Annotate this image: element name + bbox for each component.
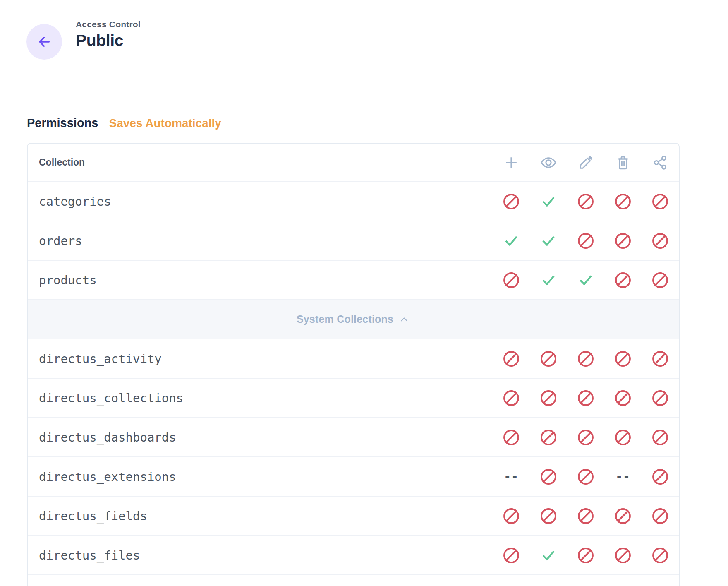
block-icon (540, 390, 557, 406)
permission-read-toggle[interactable] (530, 497, 567, 535)
permission-update-toggle[interactable] (567, 339, 604, 378)
collection-name: directus_collections (39, 391, 493, 405)
collection-column-header: Collection (39, 157, 493, 168)
collection-name: directus_files (39, 548, 493, 562)
permission-delete-toggle[interactable] (604, 339, 642, 378)
arrow-left-icon (37, 34, 52, 49)
dash-placeholder: -- (615, 470, 630, 483)
permission-create-toggle[interactable]: -- (493, 457, 530, 496)
permission-share-toggle[interactable] (642, 418, 679, 456)
collection-row: orders (28, 221, 679, 261)
title-block: Access Control Public (76, 19, 141, 51)
permission-create-toggle[interactable] (493, 339, 530, 378)
permission-create-toggle[interactable] (493, 182, 530, 221)
block-icon (503, 272, 520, 288)
permission-delete-toggle[interactable] (604, 418, 642, 456)
block-icon (577, 233, 594, 249)
block-icon (652, 390, 668, 406)
permission-create-toggle[interactable] (493, 379, 530, 417)
permission-update-toggle[interactable] (567, 418, 604, 456)
block-icon (652, 508, 668, 524)
permission-update-toggle[interactable] (567, 457, 604, 496)
block-icon (615, 429, 631, 446)
block-icon (652, 351, 668, 367)
permission-read-toggle[interactable] (530, 261, 567, 299)
permission-share-toggle[interactable] (642, 339, 679, 378)
permission-share-toggle[interactable] (642, 261, 679, 299)
collection-name: directus_dashboards (39, 430, 493, 444)
permission-update-toggle[interactable] (567, 536, 604, 574)
table-header-row: Collection (28, 144, 679, 182)
block-icon (615, 547, 631, 564)
check-icon (541, 194, 556, 209)
page-title: Public (76, 30, 141, 51)
eye-icon (540, 154, 557, 171)
permission-delete-toggle[interactable] (604, 379, 642, 417)
permission-share-toggle[interactable] (642, 457, 679, 496)
permission-update-toggle[interactable] (567, 379, 604, 417)
permission-share-toggle[interactable] (642, 497, 679, 535)
collection-name: directus_fields (39, 509, 493, 523)
block-icon (540, 468, 557, 485)
block-icon (503, 351, 520, 367)
permission-delete-toggle[interactable] (604, 536, 642, 574)
block-icon (540, 351, 557, 367)
permission-read-toggle[interactable] (530, 536, 567, 574)
block-icon (577, 193, 594, 210)
permission-share-toggle[interactable] (642, 536, 679, 574)
permission-update-toggle[interactable] (567, 497, 604, 535)
collection-row: directus_fields (28, 497, 679, 536)
permission-share-toggle[interactable] (642, 379, 679, 417)
collection-name: directus_activity (39, 352, 493, 366)
block-icon (615, 193, 631, 210)
permissions-table: Collection categoriesordersproductsSyste… (27, 143, 680, 586)
block-icon (503, 508, 520, 524)
permission-share-toggle[interactable] (642, 221, 679, 260)
permission-read-toggle[interactable] (530, 221, 567, 260)
permission-update-toggle[interactable] (567, 182, 604, 221)
check-icon (578, 272, 594, 288)
permission-update-toggle[interactable] (567, 261, 604, 299)
permission-delete-toggle[interactable] (604, 182, 642, 221)
block-icon (615, 272, 631, 288)
permission-create-toggle[interactable] (493, 261, 530, 299)
chevron-up-icon (398, 314, 410, 325)
block-icon (577, 468, 594, 485)
collection-name: directus_extensions (39, 470, 493, 484)
block-icon (503, 193, 520, 210)
block-icon (577, 390, 594, 406)
permission-read-toggle[interactable] (530, 418, 567, 456)
back-button[interactable] (26, 24, 62, 60)
block-icon (577, 351, 594, 367)
permission-share-toggle[interactable] (642, 182, 679, 221)
column-header-update (567, 154, 604, 171)
permission-read-toggle[interactable] (530, 182, 567, 221)
dash-placeholder: -- (504, 470, 519, 483)
permission-delete-toggle[interactable]: -- (604, 457, 642, 496)
block-icon (652, 272, 668, 288)
block-icon (615, 233, 631, 249)
permission-delete-toggle[interactable] (604, 261, 642, 299)
permission-create-toggle[interactable] (493, 418, 530, 456)
block-icon (652, 468, 668, 485)
block-icon (540, 429, 557, 446)
permission-read-toggle[interactable] (530, 339, 567, 378)
column-header-delete (604, 154, 642, 171)
permission-update-toggle[interactable] (567, 221, 604, 260)
block-icon (503, 547, 520, 564)
permission-delete-toggle[interactable] (604, 221, 642, 260)
permission-delete-toggle[interactable] (604, 497, 642, 535)
collection-name: products (39, 273, 493, 287)
collection-name: categories (39, 195, 493, 209)
block-icon (503, 390, 520, 406)
permission-read-toggle[interactable] (530, 457, 567, 496)
system-collections-toggle[interactable]: System Collections (28, 300, 679, 339)
block-icon (652, 193, 668, 210)
permission-create-toggle[interactable] (493, 497, 530, 535)
block-icon (615, 390, 631, 406)
permission-create-toggle[interactable] (493, 221, 530, 260)
permission-create-toggle[interactable] (493, 536, 530, 574)
permission-read-toggle[interactable] (530, 379, 567, 417)
column-header-share (642, 154, 679, 171)
collection-row: directus_extensions---- (28, 457, 679, 497)
